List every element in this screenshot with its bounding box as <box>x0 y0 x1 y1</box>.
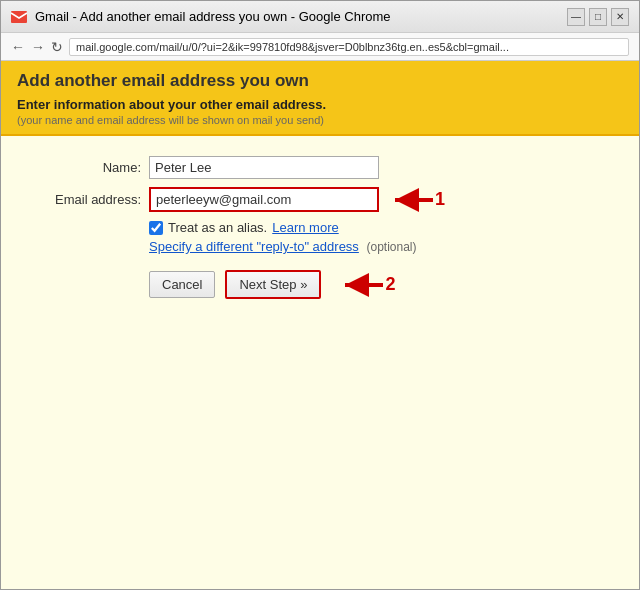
name-row: Name: <box>31 156 609 179</box>
title-bar: Gmail - Add another email address you ow… <box>1 1 639 33</box>
annotation-number-2: 2 <box>385 274 395 295</box>
alias-checkbox[interactable] <box>149 221 163 235</box>
email-row: Email address: 1 <box>31 187 609 212</box>
browser-window: Gmail - Add another email address you ow… <box>0 0 640 590</box>
cancel-button[interactable]: Cancel <box>149 271 215 298</box>
dialog-subtitle: Enter information about your other email… <box>17 97 623 112</box>
reply-to-row: Specify a different "reply-to" address (… <box>149 239 609 254</box>
alias-row: Treat as an alias. Learn more <box>149 220 609 235</box>
annotation-number-1: 1 <box>435 189 445 210</box>
refresh-icon[interactable]: ↻ <box>51 39 63 55</box>
arrow-2-icon <box>335 273 385 297</box>
email-label: Email address: <box>31 192 141 207</box>
optional-text: (optional) <box>367 240 417 254</box>
maximize-button[interactable]: □ <box>589 8 607 26</box>
button-row: Cancel Next Step » 2 <box>149 270 609 299</box>
title-bar-left: Gmail - Add another email address you ow… <box>11 9 391 25</box>
annotation-2: 2 <box>335 273 395 297</box>
dialog-body: Name: Email address: <box>1 136 639 589</box>
next-step-button[interactable]: Next Step » <box>225 270 321 299</box>
dialog-title: Add another email address you own <box>17 71 623 91</box>
name-label: Name: <box>31 160 141 175</box>
gmail-icon <box>11 9 27 25</box>
dialog-hint: (your name and email address will be sho… <box>17 114 623 126</box>
dialog-header: Add another email address you own Enter … <box>1 61 639 136</box>
address-input[interactable] <box>69 38 629 56</box>
close-button[interactable]: ✕ <box>611 8 629 26</box>
name-input[interactable] <box>149 156 379 179</box>
annotation-1: 1 <box>385 188 445 212</box>
window-title: Gmail - Add another email address you ow… <box>35 9 391 24</box>
email-input[interactable] <box>149 187 379 212</box>
back-icon[interactable]: ← <box>11 39 25 55</box>
dialog-outer: Add another email address you own Enter … <box>1 61 639 589</box>
arrow-1-icon <box>385 188 435 212</box>
minimize-button[interactable]: — <box>567 8 585 26</box>
title-bar-controls: — □ ✕ <box>567 8 629 26</box>
learn-more-link[interactable]: Learn more <box>272 220 338 235</box>
alias-label: Treat as an alias. <box>168 220 267 235</box>
address-bar: ← → ↻ <box>1 33 639 61</box>
forward-icon[interactable]: → <box>31 39 45 55</box>
svg-rect-0 <box>11 11 27 23</box>
reply-to-link[interactable]: Specify a different "reply-to" address <box>149 239 359 254</box>
